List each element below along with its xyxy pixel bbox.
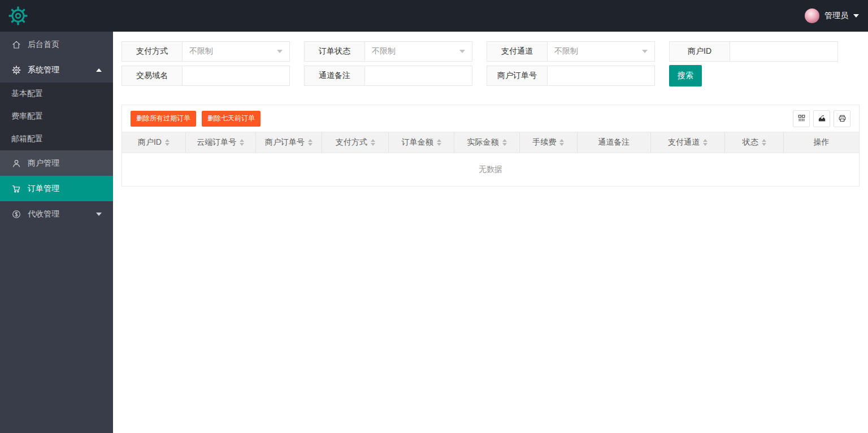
filter-label: 商户订单号 bbox=[487, 66, 548, 85]
sidebar-item-label: 后台首页 bbox=[28, 40, 59, 50]
chevron-down-icon bbox=[853, 14, 859, 18]
username: 管理员 bbox=[824, 11, 848, 21]
table-toolbar: 删除所有过期订单 删除七天前订单 bbox=[122, 105, 859, 132]
sort-icon bbox=[762, 139, 766, 146]
chevron-down-icon bbox=[459, 50, 465, 53]
column-header-order-amount[interactable]: 订单金额 bbox=[389, 132, 454, 153]
filter-label: 订单状态 bbox=[305, 42, 365, 61]
column-header-merchant-order-no[interactable]: 商户订单号 bbox=[256, 132, 323, 153]
export-icon bbox=[817, 114, 827, 123]
sidebar-item-collection[interactable]: 代收管理 bbox=[0, 201, 113, 227]
sidebar: 后台首页 系统管理 基本配置 bbox=[0, 32, 113, 433]
avatar bbox=[805, 8, 819, 23]
filter-payment-channel: 支付通道 不限制 bbox=[487, 41, 655, 62]
sort-icon bbox=[502, 139, 507, 146]
filter-label: 商户ID bbox=[670, 42, 730, 61]
filter-label: 支付方式 bbox=[122, 42, 183, 61]
gear-icon bbox=[11, 65, 21, 75]
orders-table-panel: 删除所有过期订单 删除七天前订单 bbox=[121, 105, 860, 187]
column-header-merchant-id[interactable]: 商户ID bbox=[122, 132, 186, 153]
table-header-row: 商户ID 云端订单号 商户订单号 支付方式 订单金额 实际金额 手续费 通道备 bbox=[122, 132, 859, 153]
sidebar-submenu-system: 基本配置 费率配置 邮箱配置 bbox=[0, 83, 113, 150]
sidebar-item-label: 费率配置 bbox=[11, 111, 43, 122]
payment-channel-select[interactable]: 不限制 bbox=[548, 42, 654, 61]
payment-method-select[interactable]: 不限制 bbox=[183, 42, 289, 61]
sidebar-item-home[interactable]: 后台首页 bbox=[0, 32, 113, 57]
sidebar-item-label: 代收管理 bbox=[28, 209, 59, 219]
sidebar-item-rate-config[interactable]: 费率配置 bbox=[0, 105, 113, 128]
sidebar-item-system[interactable]: 系统管理 bbox=[0, 57, 113, 83]
chevron-down-icon bbox=[96, 213, 102, 216]
search-button[interactable]: 搜索 bbox=[669, 65, 702, 86]
column-header-fee[interactable]: 手续费 bbox=[520, 132, 578, 153]
column-header-cloud-order-no[interactable]: 云端订单号 bbox=[186, 132, 256, 153]
topbar: 管理员 bbox=[0, 0, 868, 32]
filter-channel-remark: 通道备注 bbox=[304, 66, 472, 86]
chevron-down-icon bbox=[642, 50, 648, 53]
column-header-channel-remark: 通道备注 bbox=[578, 132, 651, 153]
channel-remark-input[interactable] bbox=[372, 66, 465, 85]
filter-label: 通道备注 bbox=[305, 66, 365, 85]
column-header-payment-channel[interactable]: 支付通道 bbox=[651, 132, 726, 153]
columns-filter-button[interactable] bbox=[793, 110, 810, 127]
selected-value: 不限制 bbox=[189, 46, 213, 57]
selected-value: 不限制 bbox=[554, 46, 578, 57]
selected-value: 不限制 bbox=[372, 46, 396, 57]
filter-merchant-order-no: 商户订单号 bbox=[487, 66, 655, 86]
filter-order-status: 订单状态 不限制 bbox=[304, 41, 472, 62]
column-header-actual-amount[interactable]: 实际金额 bbox=[454, 132, 520, 153]
sidebar-item-label: 系统管理 bbox=[28, 65, 59, 75]
app-logo-gear-icon[interactable] bbox=[7, 5, 29, 27]
column-header-status[interactable]: 状态 bbox=[725, 132, 784, 153]
sort-icon bbox=[240, 139, 244, 146]
table-empty-state: 无数据 bbox=[122, 153, 859, 186]
sidebar-item-label: 邮箱配置 bbox=[11, 134, 43, 144]
trade-domain-input[interactable] bbox=[189, 66, 283, 85]
table-tool-icons bbox=[793, 110, 850, 127]
user-icon bbox=[11, 158, 21, 168]
export-button[interactable] bbox=[813, 110, 830, 127]
cart-icon bbox=[11, 184, 21, 194]
sidebar-item-label: 商户管理 bbox=[28, 158, 59, 168]
column-header-payment-method[interactable]: 支付方式 bbox=[322, 132, 389, 153]
user-menu[interactable]: 管理员 bbox=[805, 0, 859, 32]
print-icon bbox=[837, 114, 847, 123]
delete-expired-orders-button[interactable]: 删除所有过期订单 bbox=[131, 111, 196, 127]
sort-icon bbox=[559, 139, 564, 146]
sidebar-item-mail-config[interactable]: 邮箱配置 bbox=[0, 128, 113, 150]
filter-trade-domain: 交易域名 bbox=[121, 66, 290, 86]
sidebar-item-orders[interactable]: 订单管理 bbox=[0, 176, 113, 201]
sort-icon bbox=[308, 139, 313, 146]
sidebar-item-label: 基本配置 bbox=[11, 89, 43, 99]
sidebar-item-basic-config[interactable]: 基本配置 bbox=[0, 83, 113, 105]
columns-filter-icon bbox=[797, 114, 806, 123]
sidebar-item-merchants[interactable]: 商户管理 bbox=[0, 150, 113, 176]
merchant-id-input[interactable] bbox=[737, 42, 831, 61]
filter-merchant-id: 商户ID bbox=[669, 41, 838, 62]
dollar-icon bbox=[11, 209, 21, 219]
filter-label: 支付通道 bbox=[487, 42, 548, 61]
column-header-actions: 操作 bbox=[784, 132, 859, 153]
sort-icon bbox=[437, 139, 441, 146]
chevron-down-icon bbox=[277, 50, 283, 53]
merchant-order-no-input[interactable] bbox=[554, 66, 648, 85]
delete-seven-days-orders-button[interactable]: 删除七天前订单 bbox=[202, 111, 261, 127]
filter-payment-method: 支付方式 不限制 bbox=[121, 41, 290, 62]
home-icon bbox=[11, 40, 21, 50]
sort-icon bbox=[165, 139, 170, 146]
sort-icon bbox=[703, 139, 708, 146]
order-status-select[interactable]: 不限制 bbox=[365, 42, 472, 61]
sort-icon bbox=[371, 139, 375, 146]
chevron-up-icon bbox=[96, 68, 102, 72]
print-button[interactable] bbox=[834, 110, 850, 127]
sidebar-item-label: 订单管理 bbox=[28, 184, 59, 194]
filter-label: 交易域名 bbox=[122, 66, 183, 85]
